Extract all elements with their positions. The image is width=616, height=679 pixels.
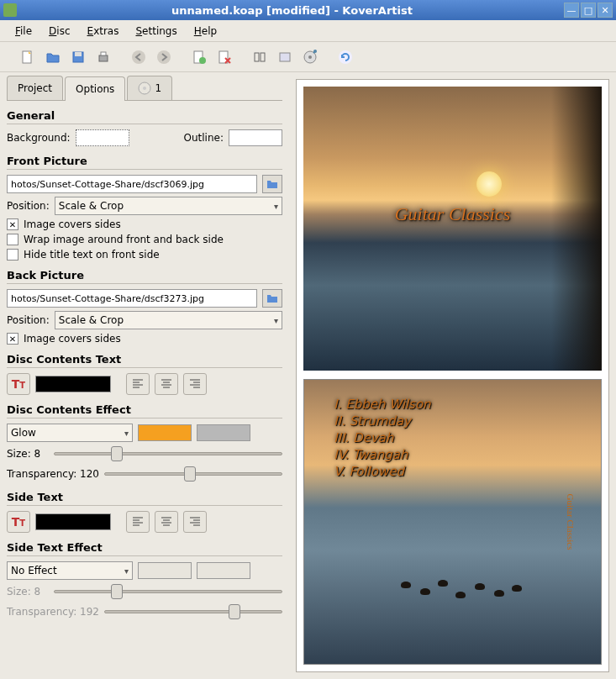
svg-rect-10 [255,53,259,61]
menu-disc[interactable]: Disc [40,23,78,39]
back-position-label: Position: [7,314,50,326]
svg-point-16 [339,50,352,64]
contents-align-right[interactable] [183,373,207,395]
outline-color[interactable] [229,129,282,146]
section-general: General [7,106,282,124]
back-picture-browse[interactable] [262,289,282,308]
front-view-button[interactable] [249,46,271,68]
front-picture-browse[interactable] [262,175,282,193]
svg-rect-4 [101,52,106,55]
section-contents-effect: Disc Contents Effect [7,400,282,418]
align-center-icon [161,516,172,528]
print-button[interactable] [92,46,114,68]
outline-label: Outline: [184,132,224,144]
svg-point-18 [143,87,146,90]
align-right-icon [189,378,201,390]
back-picture-path[interactable] [7,289,257,308]
window-title: unnamed.koap [modified] - KoverArtist [22,4,562,17]
cddb-button[interactable] [299,46,321,68]
align-left-icon [132,516,144,528]
options-panel: Project Options 1 General Background: Ou… [0,72,289,679]
tab-options[interactable]: Options [65,76,125,101]
front-position-combo[interactable]: Scale & Crop [55,197,282,215]
menu-file[interactable]: File [7,23,40,39]
section-back-picture: Back Picture [7,266,282,284]
contents-transparency-label: Transparency: 120 [7,468,99,480]
contents-transparency-slider[interactable] [104,466,282,482]
front-picture-path[interactable] [7,175,257,193]
folder-icon [266,178,278,190]
back-view-button[interactable] [274,46,296,68]
side-transparency-slider [104,603,282,620]
new-button[interactable] [17,46,39,68]
app-icon [3,3,17,17]
side-text-color[interactable] [35,513,111,530]
side-align-left[interactable] [126,511,150,533]
side-font-button[interactable]: TT [7,511,30,533]
front-hide-title-check[interactable]: Hide title text on front side [7,249,282,261]
maximize-button[interactable]: □ [581,3,596,18]
folder-icon [266,292,278,304]
front-covers-sides-check[interactable]: ✕Image covers sides [7,218,282,230]
side-effect-color1[interactable] [138,562,192,579]
menu-help[interactable]: Help [186,23,225,39]
contents-effect-color2[interactable] [197,424,250,441]
section-front-picture: Front Picture [7,151,282,170]
back-position-combo[interactable]: Scale & Crop [55,311,282,329]
minimize-button[interactable]: — [564,3,579,18]
close-button[interactable]: ✕ [598,3,613,18]
contents-effect-color1[interactable] [138,424,192,441]
svg-point-8 [199,57,206,64]
svg-point-15 [313,50,317,53]
svg-point-14 [308,55,312,59]
svg-rect-11 [261,53,265,61]
toolbar [0,42,616,72]
contents-font-button[interactable]: TT [7,373,30,395]
contents-size-slider[interactable] [54,445,282,462]
align-left-icon [132,378,144,390]
section-contents-text: Disc Contents Text [7,350,282,368]
preview-panel: Guitar Classics I. Ebbeh Wilson II. Stru… [289,72,616,679]
contents-align-left[interactable] [126,373,150,395]
align-center-icon [161,378,172,390]
front-position-label: Position: [7,200,50,212]
front-cover-preview: Guitar Classics [303,87,602,371]
side-align-right[interactable] [183,511,207,533]
align-right-icon [189,516,201,528]
contents-text-color[interactable] [35,376,111,392]
open-button[interactable] [42,46,64,68]
back-cover-preview: I. Ebbeh Wilson II. Strumday III. Devah … [303,379,602,665]
background-label: Background: [7,132,71,144]
menu-settings[interactable]: Settings [127,23,185,39]
menu-extras[interactable]: Extras [79,23,128,39]
refresh-button[interactable] [334,46,356,68]
save-button[interactable] [67,46,89,68]
tab-project[interactable]: Project [7,76,63,100]
section-side-text: Side Text [7,487,282,506]
side-effect-color2[interactable] [197,562,250,579]
svg-rect-3 [99,55,108,61]
track-list: I. Ebbeh Wilson II. Strumday III. Devah … [334,397,430,481]
delete-disc-button[interactable] [213,46,235,68]
forward-button[interactable] [153,46,175,68]
svg-point-5 [132,50,145,64]
front-wrap-check[interactable]: Wrap image around front and back side [7,234,282,245]
side-size-label: Size: 8 [7,586,49,597]
window-titlebar: unnamed.koap [modified] - KoverArtist — … [0,0,616,20]
svg-point-6 [157,50,171,64]
menubar: File Disc Extras Settings Help [0,20,616,42]
svg-rect-2 [75,52,82,56]
side-text-preview: Guitar Classics [566,494,577,550]
background-color[interactable] [76,129,129,146]
side-align-center[interactable] [155,511,178,533]
svg-rect-12 [280,53,290,61]
back-covers-sides-check[interactable]: ✕Image covers sides [7,333,282,345]
side-effect-combo[interactable]: No Effect [7,561,133,580]
side-size-slider [54,583,282,600]
back-button[interactable] [128,46,150,68]
contents-effect-combo[interactable]: Glow [7,424,133,442]
front-title-text: Guitar Classics [395,203,511,225]
contents-align-center[interactable] [155,373,178,395]
new-disc-button[interactable] [188,46,210,68]
tab-disc-1[interactable]: 1 [127,76,172,100]
